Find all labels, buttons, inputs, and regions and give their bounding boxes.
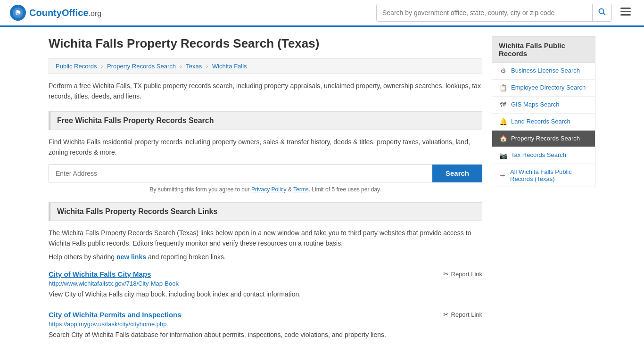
gear-icon: ⚙ bbox=[499, 67, 507, 74]
land-icon: 🔔 bbox=[499, 118, 507, 125]
header-right bbox=[376, 4, 635, 22]
svg-line-5 bbox=[603, 13, 606, 16]
breadcrumb-texas[interactable]: Texas bbox=[186, 63, 202, 70]
links-section: City of Wichita Falls City Maps ✂ Report… bbox=[49, 270, 482, 340]
sidebar-link-employee-directory[interactable]: Employee Directory Search bbox=[511, 84, 586, 92]
list-item: City of Wichita Permits and Inspections … bbox=[49, 311, 482, 340]
link-title-permits[interactable]: City of Wichita Permits and Inspections bbox=[49, 311, 182, 319]
report-icon: ✂ bbox=[443, 270, 449, 278]
global-search-input[interactable] bbox=[377, 5, 592, 20]
intro-text: Perform a free Wichita Falls, TX public … bbox=[49, 81, 482, 102]
sidebar-nav: ⚙ Business License Search 📋 Employee Dir… bbox=[492, 63, 595, 187]
sidebar-title: Wichita Falls Public Records bbox=[492, 36, 595, 63]
sidebar-item-gis-maps[interactable]: 🗺 GIS Maps Search bbox=[492, 97, 595, 114]
svg-text:⚑: ⚑ bbox=[15, 9, 21, 16]
sidebar-item-tax-records[interactable]: 📷 Tax Records Search bbox=[492, 147, 595, 164]
sidebar-item-employee-directory[interactable]: 📋 Employee Directory Search bbox=[492, 80, 595, 97]
svg-rect-7 bbox=[620, 11, 631, 12]
site-header: ⚑ CountyOffice.org bbox=[0, 0, 644, 27]
list-item: City of Wichita Falls City Maps ✂ Report… bbox=[49, 270, 482, 299]
global-search-bar bbox=[376, 4, 612, 22]
report-link-city-maps[interactable]: ✂ Report Link bbox=[443, 270, 482, 278]
link-desc-permits: Search City of Wichita Falls database fo… bbox=[49, 330, 482, 340]
free-search-heading: Free Wichita Falls Property Records Sear… bbox=[49, 111, 482, 130]
breadcrumb-public-records[interactable]: Public Records bbox=[56, 63, 97, 70]
hamburger-menu-button[interactable] bbox=[617, 5, 635, 21]
breadcrumb-property-records-search[interactable]: Property Records Search bbox=[107, 63, 176, 70]
address-form: Search bbox=[49, 165, 482, 182]
link-item-header: City of Wichita Falls City Maps ✂ Report… bbox=[49, 270, 482, 278]
address-input[interactable] bbox=[49, 165, 432, 182]
logo-icon: ⚑ bbox=[9, 4, 26, 21]
links-section-heading: Wichita Falls Property Records Search Li… bbox=[49, 202, 482, 221]
free-search-description: Find Wichita Falls residential property … bbox=[49, 137, 482, 158]
logo-area: ⚑ CountyOffice.org bbox=[9, 4, 101, 21]
link-title-city-maps[interactable]: City of Wichita Falls City Maps bbox=[49, 270, 151, 278]
page-title: Wichita Falls Property Records Search (T… bbox=[49, 36, 482, 51]
breadcrumb: Public Records › Property Records Search… bbox=[49, 58, 482, 74]
svg-point-4 bbox=[599, 9, 604, 14]
sidebar-item-business-license[interactable]: ⚙ Business License Search bbox=[492, 63, 595, 80]
global-search-button[interactable] bbox=[592, 4, 611, 21]
svg-rect-8 bbox=[620, 14, 631, 16]
sidebar-item-land-records[interactable]: 🔔 Land Records Search bbox=[492, 114, 595, 131]
main-content: Wichita Falls Property Records Search (T… bbox=[49, 36, 482, 351]
sidebar-link-tax-records[interactable]: Tax Records Search bbox=[511, 151, 566, 159]
report-icon-2: ✂ bbox=[443, 311, 449, 318]
search-icon bbox=[598, 8, 606, 16]
sidebar: Wichita Falls Public Records ⚙ Business … bbox=[492, 36, 595, 351]
directory-icon: 📋 bbox=[499, 84, 507, 91]
link-desc-city-maps: View City of Wichita Falls city map book… bbox=[49, 289, 482, 299]
link-url-city-maps[interactable]: http://www.wichitafallstx.gov/718/City-M… bbox=[49, 280, 482, 287]
new-links-link[interactable]: new links bbox=[116, 253, 146, 261]
sidebar-item-property-records[interactable]: 🏠 Property Records Search bbox=[492, 131, 595, 148]
sidebar-link-all-records[interactable]: All Wichita Falls Public Records (Texas) bbox=[510, 168, 588, 182]
link-url-permits[interactable]: https://app.mygov.us/task/city/cityhome.… bbox=[49, 321, 482, 328]
sidebar-link-gis-maps[interactable]: GIS Maps Search bbox=[511, 101, 560, 109]
address-search-button[interactable]: Search bbox=[432, 165, 482, 182]
privacy-policy-link[interactable]: Privacy Policy bbox=[251, 186, 287, 193]
sharing-note: Help others by sharing new links and rep… bbox=[49, 253, 482, 261]
links-intro: The Wichita Falls Property Records Searc… bbox=[49, 228, 482, 249]
terms-link[interactable]: Terms bbox=[293, 186, 309, 193]
arrow-icon: → bbox=[499, 171, 506, 180]
home-icon: 🏠 bbox=[499, 135, 507, 142]
main-container: Wichita Falls Property Records Search (T… bbox=[39, 27, 605, 361]
sidebar-link-land-records[interactable]: Land Records Search bbox=[511, 118, 570, 126]
logo-text: CountyOffice.org bbox=[29, 8, 101, 18]
form-note: By submitting this form you agree to our… bbox=[49, 186, 482, 193]
camera-icon: 📷 bbox=[499, 152, 507, 159]
link-item-header-2: City of Wichita Permits and Inspections … bbox=[49, 311, 482, 319]
sidebar-link-property-records[interactable]: Property Records Search bbox=[511, 135, 580, 143]
report-link-permits[interactable]: ✂ Report Link bbox=[443, 311, 482, 318]
hamburger-icon bbox=[620, 8, 631, 16]
sidebar-all-records-link[interactable]: → All Wichita Falls Public Records (Texa… bbox=[492, 164, 595, 187]
breadcrumb-wichita-falls[interactable]: Wichita Falls bbox=[212, 63, 247, 70]
sidebar-link-business-license[interactable]: Business License Search bbox=[511, 67, 580, 75]
map-icon: 🗺 bbox=[499, 101, 507, 108]
svg-rect-6 bbox=[620, 8, 631, 9]
